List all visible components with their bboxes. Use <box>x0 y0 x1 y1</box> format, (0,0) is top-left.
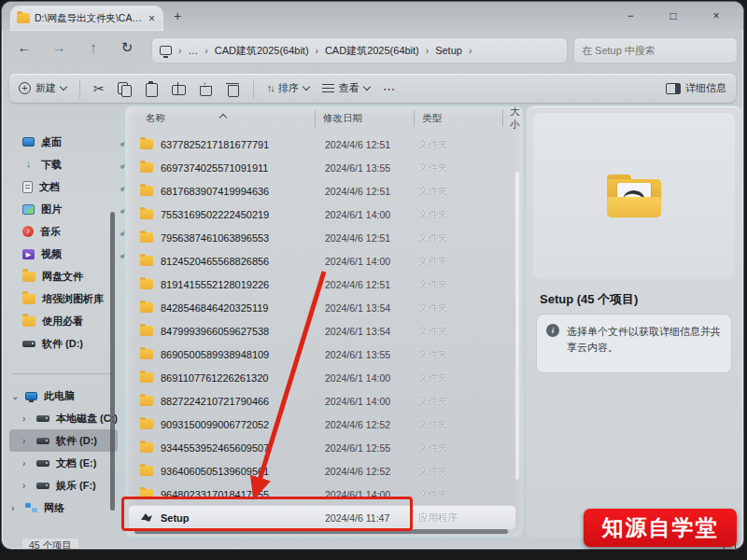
file-date: 2024/4/6 12:52 <box>325 419 418 430</box>
view-button[interactable]: 查看 <box>322 81 370 95</box>
new-button[interactable]: + 新建 <box>19 81 66 95</box>
sidebar-item-9[interactable]: 软件 (D:) <box>22 332 116 355</box>
breadcrumb-item[interactable]: CAD建筑2025(64bit) <box>215 44 309 58</box>
sidebar-scrollbar[interactable] <box>110 212 115 511</box>
tree-item-2[interactable]: ›软件 (D:) <box>9 429 118 452</box>
table-row[interactable]: 68176839074199946362024/4/6 12:51文件夹 <box>129 179 515 203</box>
breadcrumb[interactable]: › … › CAD建筑2025(64bit) › CAD建筑2025(64bit… <box>151 37 568 63</box>
sidebar-item-0[interactable]: 桌面 <box>22 131 116 153</box>
horizontal-scrollbar[interactable] <box>134 529 508 534</box>
table-row[interactable]: 90931500990067720522024/4/6 12:52文件夹 <box>129 413 515 436</box>
expander-icon[interactable]: › <box>22 413 30 424</box>
command-toolbar: + 新建 ✂ ↑↓ 排序 查看 ⋯ 详细信息 <box>9 74 736 103</box>
table-row[interactable]: 86911077612262613202024/6/1 14:00文件夹 <box>129 366 515 389</box>
rename-icon[interactable] <box>172 82 186 95</box>
back-button[interactable]: ← <box>13 39 35 55</box>
expander-icon[interactable]: › <box>22 436 30 446</box>
up-button[interactable]: ↑ <box>82 39 105 55</box>
expander-icon[interactable]: › <box>11 503 19 513</box>
expander-icon[interactable]: › <box>22 458 30 469</box>
column-header-type[interactable]: 类型 <box>422 112 442 125</box>
info-icon: i <box>546 324 559 337</box>
share-icon[interactable] <box>199 82 213 95</box>
table-row[interactable]: 75531695022224502192024/6/1 14:00文件夹 <box>129 203 515 226</box>
expander-icon[interactable]: ⌄ <box>11 391 19 401</box>
quick-access-list: 桌面↓下载文档图片♪音乐▶视频网盘文件培强浏图析库使用必看软件 (D:) <box>22 131 116 355</box>
table-row[interactable]: 93445539524656095072024/6/1 12:55文件夹 <box>129 436 515 459</box>
table-row[interactable]: 93640605051396095612024/4/6 12:52文件夹 <box>129 459 515 483</box>
column-header-size[interactable]: 大小 <box>510 105 521 132</box>
file-type: 文件夹 <box>418 441 448 455</box>
tree-item-1[interactable]: ›本地磁盘 (C:) <box>9 407 118 429</box>
file-type: 文件夹 <box>418 231 448 245</box>
cut-icon[interactable]: ✂ <box>93 82 105 95</box>
maximize-button[interactable]: □ <box>652 2 695 30</box>
breadcrumb-item[interactable]: CAD建筑2025(64bit) <box>325 44 419 58</box>
table-row[interactable]: 84285468464203251192024/6/1 13:54文件夹 <box>129 296 515 319</box>
tree-item-5[interactable]: ›网络 <box>9 497 118 519</box>
file-type: 文件夹 <box>418 185 448 198</box>
sidebar-item-7[interactable]: 培强浏图析库 <box>22 287 116 310</box>
sidebar-item-label: 网盘文件 <box>42 270 83 284</box>
table-row[interactable]: 84799939660596275382024/6/1 13:54文件夹 <box>129 319 515 343</box>
table-row[interactable]: 63778252171816777912024/4/6 12:51文件夹 <box>129 133 515 156</box>
navigation-bar: ← → ↑ ↻ › … › CAD建筑2025(64bit) › CAD建筑20… <box>2 30 743 71</box>
sidebar-item-2[interactable]: 文档 <box>22 175 116 198</box>
sidebar-item-6[interactable]: 网盘文件 <box>22 265 116 287</box>
file-name: 6817683907419994636 <box>161 186 325 197</box>
table-row[interactable]: 66973740255710919112024/6/1 13:55文件夹 <box>129 156 515 179</box>
table-row[interactable]: 81914155521280192262024/4/6 12:51文件夹 <box>129 273 515 296</box>
column-divider[interactable] <box>414 110 415 127</box>
delete-icon[interactable] <box>226 82 240 95</box>
file-date: 2024/4/6 12:51 <box>325 139 418 150</box>
sidebar-item-3[interactable]: 图片 <box>22 198 116 220</box>
file-date: 2024/4/6 12:51 <box>325 279 418 290</box>
table-row[interactable]: 86905005899389481092024/6/1 13:55文件夹 <box>129 343 515 366</box>
table-row[interactable]: 96480233170184179552024/6/1 14:00文件夹 <box>129 483 515 506</box>
paste-icon[interactable] <box>145 82 159 95</box>
tree-item-4[interactable]: ›娱乐 (F:) <box>9 474 118 497</box>
column-header-name[interactable]: 名称 <box>146 112 165 125</box>
sidebar-item-4[interactable]: ♪音乐 <box>22 220 116 243</box>
new-tab-button[interactable]: + <box>174 8 181 23</box>
file-type: 文件夹 <box>418 255 448 268</box>
chevron-right-icon: › <box>469 46 472 56</box>
pictures-icon <box>22 204 35 215</box>
forward-button[interactable]: → <box>48 39 70 55</box>
details-pane-toggle[interactable]: 详细信息 <box>666 81 726 95</box>
tree-item-label: 本地磁盘 (C:) <box>56 412 118 426</box>
minimize-button[interactable]: − <box>609 2 652 30</box>
folder-icon <box>140 186 153 196</box>
expander-icon[interactable]: › <box>22 481 30 491</box>
tree-item-0[interactable]: ⌄此电脑 <box>9 385 118 407</box>
column-divider[interactable] <box>315 110 316 127</box>
chevron-down-icon <box>362 83 370 91</box>
more-options-icon[interactable]: ⋯ <box>383 82 396 95</box>
search-box[interactable] <box>573 37 738 63</box>
explorer-tab[interactable]: D:\网盘导出文件夹\CAD建筑2( × <box>11 7 162 30</box>
file-date: 2024/6/1 14:00 <box>325 489 418 500</box>
refresh-button[interactable]: ↻ <box>116 39 138 56</box>
vertical-scrollbar[interactable] <box>515 172 519 480</box>
table-row[interactable]: 88272242107217904662024/6/1 14:00文件夹 <box>129 389 515 413</box>
table-row[interactable]: Setup2024/4/6 11:47应用程序 <box>129 506 515 529</box>
sidebar-item-5[interactable]: ▶视频 <box>22 243 116 265</box>
breadcrumb-item[interactable]: Setup <box>435 45 462 56</box>
breadcrumb-ellipsis[interactable]: … <box>188 45 198 56</box>
chevron-down-icon <box>60 83 67 91</box>
column-divider[interactable] <box>502 110 503 127</box>
copy-icon[interactable] <box>118 82 132 95</box>
column-header-date[interactable]: 修改日期 <box>323 112 362 125</box>
sidebar-item-1[interactable]: ↓下载 <box>22 153 116 175</box>
close-tab-icon[interactable]: × <box>147 12 157 25</box>
table-row[interactable]: 81245204655688268562024/6/1 14:00文件夹 <box>129 249 515 273</box>
tree-item-3[interactable]: ›文档 (E:) <box>9 452 118 474</box>
drive-icon <box>36 438 49 444</box>
close-button[interactable]: × <box>695 2 738 30</box>
sort-button[interactable]: ↑↓ 排序 <box>267 81 309 95</box>
sidebar-item-8[interactable]: 使用必看 <box>22 310 116 332</box>
search-input[interactable] <box>582 45 729 56</box>
table-row[interactable]: 79563874610638965532024/4/6 12:51文件夹 <box>129 226 515 249</box>
file-name: 9364060505139609561 <box>161 466 325 477</box>
file-date: 2024/4/6 12:51 <box>325 232 418 244</box>
